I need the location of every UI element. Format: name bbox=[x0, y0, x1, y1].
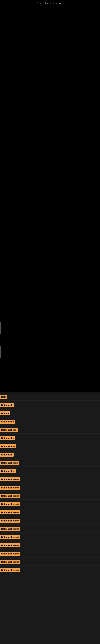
result-row: Bottleneck re bbox=[0, 442, 100, 450]
result-row: Bottleneck result bbox=[0, 566, 100, 574]
site-title: TheBottlenecker.com bbox=[37, 2, 63, 5]
result-row: Bottleneck bbox=[0, 401, 100, 409]
bottleneck-result-badge[interactable]: Bottleneck result bbox=[0, 477, 20, 482]
bottleneck-result-badge[interactable]: Bottleneck result bbox=[0, 568, 20, 572]
bottleneck-result-badge[interactable]: Bottleneck result bbox=[0, 510, 20, 514]
result-row: Bottleneck r bbox=[0, 417, 100, 426]
result-row: Bottleneck result bbox=[0, 475, 100, 483]
bottleneck-result-badge[interactable]: Bottleneck result bbox=[0, 518, 20, 523]
result-row: Bottleneck result bbox=[0, 516, 100, 524]
axis-line-2 bbox=[0, 346, 1, 358]
bottleneck-result-badge[interactable]: Bottleneck result bbox=[0, 486, 20, 490]
bottleneck-result-badge[interactable]: Bottlen bbox=[0, 411, 10, 416]
bottleneck-result-badge[interactable]: Bottleneck result bbox=[0, 552, 20, 556]
result-row: Bottleneck resu bbox=[0, 458, 100, 467]
axis-line-1 bbox=[0, 322, 1, 334]
bottleneck-result-badge[interactable]: Bottleneck re bbox=[0, 469, 16, 473]
bottleneck-result-badge[interactable]: Bottleneck result bbox=[0, 494, 20, 498]
bottleneck-result-badge[interactable]: Bottleneck result bbox=[0, 527, 20, 531]
result-row: Bottleneck result bbox=[0, 558, 100, 566]
main-chart-area: TheBottlenecker.com bbox=[0, 0, 100, 392]
bottleneck-result-badge[interactable]: Bottleneck res bbox=[0, 428, 18, 432]
result-row: Bottleneck result bbox=[0, 492, 100, 500]
result-row: Bottleneck result bbox=[0, 483, 100, 492]
bottleneck-result-badge[interactable]: Bottleneck result bbox=[0, 544, 20, 548]
bottleneck-result-badge[interactable]: Bottleneck r bbox=[0, 436, 15, 440]
bottleneck-result-badge[interactable]: Bottleneck resu bbox=[0, 461, 19, 465]
result-row: Bottleneck result bbox=[0, 549, 100, 558]
result-row: Bottl bbox=[0, 392, 100, 401]
bottleneck-result-badge[interactable]: Bottleneck result bbox=[0, 560, 20, 564]
result-row: Bottleneck bbox=[0, 450, 100, 458]
bottleneck-result-badge[interactable]: Bottleneck bbox=[0, 403, 14, 407]
result-row: Bottleneck result bbox=[0, 541, 100, 549]
bottleneck-result-badge[interactable]: Bottleneck result bbox=[0, 502, 20, 506]
result-row: Bottleneck result bbox=[0, 500, 100, 508]
result-row: Bottleneck result bbox=[0, 524, 100, 533]
results-section: BottlBottleneckBottlenBottleneck rBottle… bbox=[0, 392, 100, 574]
bottleneck-result-badge[interactable]: Bottleneck r bbox=[0, 420, 15, 424]
result-row: Bottleneck res bbox=[0, 426, 100, 434]
result-row: Bottlen bbox=[0, 409, 100, 417]
result-row: Bottleneck result bbox=[0, 533, 100, 541]
bottleneck-result-badge[interactable]: Bottl bbox=[0, 395, 7, 399]
result-row: Bottleneck result bbox=[0, 508, 100, 516]
bottleneck-result-badge[interactable]: Bottleneck result bbox=[0, 535, 20, 539]
result-row: Bottleneck r bbox=[0, 434, 100, 442]
bottleneck-result-badge[interactable]: Bottleneck re bbox=[0, 444, 16, 448]
bottleneck-result-badge[interactable]: Bottleneck bbox=[0, 452, 14, 457]
result-row: Bottleneck re bbox=[0, 467, 100, 475]
